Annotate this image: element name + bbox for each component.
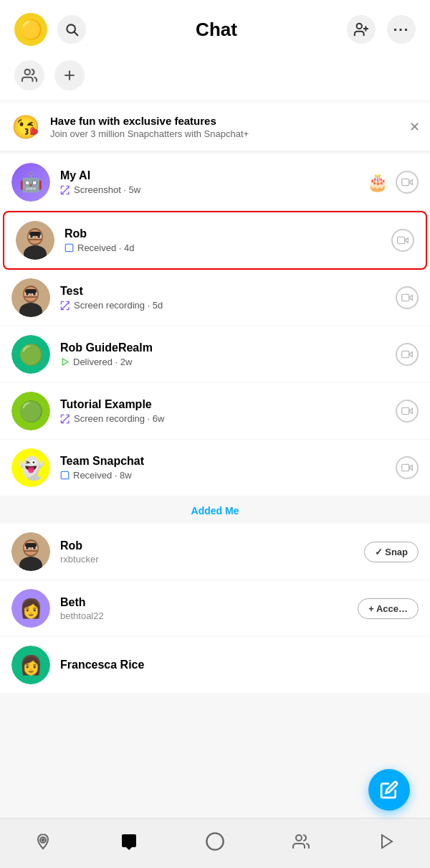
camera-icon[interactable] <box>391 229 414 252</box>
added-section: Rob rxbtucker ✓ Snap 👩 Beth bethtoal22 +… <box>0 524 430 693</box>
chat-action-rob <box>391 229 414 252</box>
chat-item-my-ai[interactable]: 🤖 My AI Screenshot · 5w 🎂 <box>0 154 430 211</box>
compose-fab[interactable] <box>368 769 410 811</box>
added-me-label: Added Me <box>0 496 430 524</box>
added-item-rob-added[interactable]: Rob rxbtucker ✓ Snap <box>0 524 430 580</box>
svg-point-49 <box>206 833 223 849</box>
added-name-francesca-rice: Francesca Rice <box>60 659 419 671</box>
camera-icon[interactable] <box>396 171 419 194</box>
chat-item-rob[interactable]: Rob Received · 4d <box>3 211 427 270</box>
svg-rect-19 <box>65 244 72 251</box>
promo-banner: 😘 Have fun with exclusive features Join … <box>0 103 430 151</box>
chat-info-rob: Rob Received · 4d <box>64 227 391 253</box>
chat-sub-rob-guiderealm: Delivered · 2w <box>60 357 396 367</box>
promo-close-button[interactable]: ✕ <box>409 119 420 135</box>
svg-rect-29 <box>24 296 38 298</box>
camera-icon <box>205 831 225 856</box>
svg-point-5 <box>25 70 30 75</box>
svg-rect-30 <box>25 289 37 293</box>
chat-info-tutorial-example: Tutorial Example Screen recording · 6w <box>60 398 396 424</box>
chat-item-rob-guiderealm[interactable]: 🟢 Rob GuideRealm Delivered · 2w <box>0 326 430 383</box>
svg-rect-34 <box>402 407 409 414</box>
promo-subtitle: Join over 3 million Snapchatters with Sn… <box>50 128 419 139</box>
svg-marker-32 <box>62 359 68 365</box>
chat-action-tutorial-example <box>396 400 419 423</box>
svg-rect-46 <box>25 543 37 547</box>
svg-point-48 <box>42 839 44 841</box>
added-avatar-francesca-rice: 👩 <box>11 646 50 684</box>
camera-icon[interactable] <box>396 286 419 309</box>
chat-info-team-snapchat: Team Snapchat Received · 8w <box>60 455 396 481</box>
chat-item-tutorial-example[interactable]: 🟢 Tutorial Example Screen recording · 6w <box>0 383 430 440</box>
added-name-rob-added: Rob <box>60 539 364 552</box>
added-item-francesca-rice[interactable]: 👩 Francesca Rice <box>0 637 430 693</box>
header-right: ··· <box>347 15 416 44</box>
snap-button-rob-added[interactable]: ✓ Snap <box>364 542 419 562</box>
chat-action-team-snapchat <box>396 456 419 479</box>
svg-rect-18 <box>29 232 41 236</box>
svg-line-1 <box>75 32 78 36</box>
chat-info-my-ai: My AI Screenshot · 5w <box>60 169 367 195</box>
chat-list: 🤖 My AI Screenshot · 5w 🎂 <box>0 154 430 496</box>
svg-marker-51 <box>382 835 392 848</box>
page-title: Chat <box>196 19 237 41</box>
chat-sub-team-snapchat: Received · 8w <box>60 470 396 481</box>
more-options-button[interactable]: ··· <box>387 15 416 44</box>
chat-info-rob-guiderealm: Rob GuideRealm Delivered · 2w <box>60 341 396 367</box>
chat-sub-rob: Received · 4d <box>64 242 391 253</box>
header: 🟡 Chat ··· <box>0 0 430 53</box>
svg-rect-17 <box>28 239 42 240</box>
added-avatar-rob-added <box>11 532 50 571</box>
friends-icon <box>292 833 310 854</box>
nav-item-friends[interactable] <box>283 826 319 862</box>
chat-name-team-snapchat: Team Snapchat <box>60 455 396 468</box>
camera-icon[interactable] <box>396 343 419 366</box>
header-left: 🟡 <box>14 13 86 46</box>
nav-item-map[interactable] <box>25 826 61 862</box>
chat-name-test: Test <box>60 285 396 298</box>
chat-action-test <box>396 286 419 309</box>
nav-item-camera[interactable] <box>197 826 233 862</box>
groups-button[interactable] <box>14 60 44 90</box>
svg-point-50 <box>296 835 302 841</box>
chat-sub-test: Screen recording · 5d <box>60 300 396 311</box>
chat-action-rob-guiderealm <box>396 343 419 366</box>
nav-item-chat[interactable] <box>111 826 147 862</box>
chat-avatar-tutorial-example: 🟢 <box>11 392 50 430</box>
nav-item-discover[interactable] <box>369 826 405 862</box>
accept-button-beth[interactable]: + Acce… <box>358 598 419 619</box>
svg-rect-35 <box>61 471 68 478</box>
svg-rect-33 <box>402 351 409 357</box>
search-button[interactable] <box>57 15 86 44</box>
added-info-rob-added: Rob rxbtucker <box>60 539 364 565</box>
add-friend-button[interactable] <box>347 15 376 44</box>
svg-rect-36 <box>402 464 409 471</box>
map-icon <box>34 833 52 854</box>
chat-name-tutorial-example: Tutorial Example <box>60 398 396 411</box>
chat-avatar-my-ai: 🤖 <box>11 163 50 202</box>
added-info-beth: Beth bethtoal22 <box>60 596 358 621</box>
chat-avatar-team-snapchat: 👻 <box>11 448 50 487</box>
chat-item-test[interactable]: Test Screen recording · 5d <box>0 270 430 326</box>
added-item-beth[interactable]: 👩 Beth bethtoal22 + Acce… <box>0 580 430 637</box>
svg-rect-45 <box>24 550 38 552</box>
profile-avatar[interactable]: 🟡 <box>14 13 47 46</box>
new-chat-button[interactable] <box>54 60 85 90</box>
emoji-badge: 🎂 <box>367 172 388 192</box>
added-name-beth: Beth <box>60 596 358 609</box>
added-avatar-beth: 👩 <box>11 589 50 628</box>
chat-item-team-snapchat[interactable]: 👻 Team Snapchat Received · 8w <box>0 440 430 496</box>
chat-sub-my-ai: Screenshot · 5w <box>60 184 367 195</box>
svg-point-2 <box>357 24 362 29</box>
bottom-nav <box>0 818 430 868</box>
promo-text: Have fun with exclusive features Join ov… <box>50 115 419 139</box>
promo-emoji: 😘 <box>11 113 40 141</box>
chat-avatar-rob <box>16 221 54 260</box>
camera-icon[interactable] <box>396 456 419 479</box>
promo-title: Have fun with exclusive features <box>50 115 419 127</box>
chat-info-test: Test Screen recording · 5d <box>60 285 396 311</box>
camera-icon[interactable] <box>396 400 419 423</box>
svg-rect-8 <box>402 179 409 185</box>
chat-action-my-ai: 🎂 <box>367 171 419 194</box>
chat-avatar-test <box>11 278 50 317</box>
